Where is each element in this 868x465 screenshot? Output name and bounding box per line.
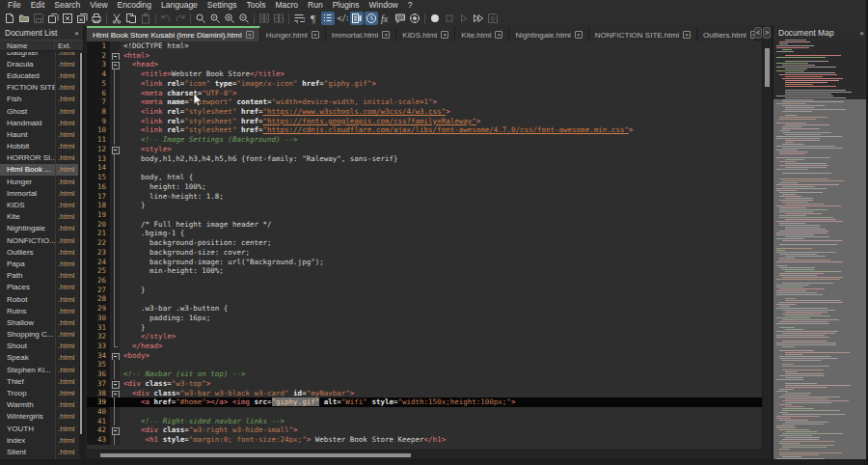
save-icon[interactable] — [32, 12, 45, 25]
tab-html-book-store-kusabi-imre-dlamini-html[interactable]: Html Book Store Kusabi (Imre Dlamini).ht… — [87, 26, 260, 41]
file-row-nightingale[interactable]: Nightingale.html — [0, 223, 78, 234]
menu-item-file[interactable]: File — [3, 0, 26, 11]
new-file-icon[interactable] — [3, 12, 16, 25]
code-area[interactable]: 1<!DOCTYPE html>2<html>3 <head>4 <title>… — [87, 41, 762, 445]
code-line-39[interactable]: 39 <a href="#home"></a> <img src="giphy.… — [87, 397, 762, 407]
tab-immortal-html[interactable]: Immortal.html× — [326, 26, 396, 41]
editor-horizontal-scrollbar[interactable] — [87, 450, 762, 459]
file-row-index[interactable]: index.html — [0, 434, 78, 446]
menu-item-search[interactable]: Search — [49, 0, 85, 11]
fold-collapse-icon[interactable] — [110, 51, 120, 61]
code-line-3[interactable]: 3 <head> — [87, 60, 762, 69]
zoom-out-icon[interactable] — [237, 12, 251, 25]
tab-close-icon[interactable]: × — [683, 31, 691, 39]
code-line-28[interactable]: 28 — [87, 294, 762, 304]
file-row-outliers[interactable]: Outliers.html — [0, 246, 78, 258]
play-macro-icon[interactable] — [457, 12, 471, 25]
function-list-icon[interactable]: fx — [379, 12, 393, 25]
file-row-wintergirls[interactable]: Wintergirls.html — [0, 411, 78, 423]
fold-collapse-icon[interactable] — [110, 425, 120, 435]
code-line-42[interactable]: 42 <div class="w3-right w3-hide-small"> — [87, 425, 762, 435]
file-row-shallow[interactable]: Shallow.html — [0, 316, 78, 328]
sync-vertical-icon[interactable] — [258, 12, 271, 25]
document-list-scrollbar[interactable] — [79, 53, 83, 458]
undo-icon[interactable] — [159, 12, 173, 25]
tab-outliers-html[interactable]: Outliers.html× — [697, 26, 754, 41]
code-line-1[interactable]: 1<!DOCTYPE html> — [87, 41, 762, 51]
doc-map-icon[interactable] — [350, 12, 364, 25]
code-line-11[interactable]: 11 <!-- Image Settings (Background) --> — [87, 135, 762, 145]
column-header-name[interactable]: Name — [0, 41, 55, 50]
code-line-30[interactable]: 30 padding: 16px; — [87, 314, 762, 323]
close-icon[interactable] — [61, 12, 74, 25]
menu-item-encoding[interactable]: Encoding — [113, 0, 156, 11]
zoom-in-icon[interactable] — [223, 12, 236, 25]
scrollbar-thumb[interactable] — [765, 48, 770, 87]
fold-collapse-icon[interactable] — [110, 60, 120, 69]
code-line-25[interactable]: 25 min-height: 100%; — [87, 266, 762, 276]
code-line-16[interactable]: 16 height: 100%; — [87, 182, 762, 192]
eye-icon[interactable] — [408, 12, 421, 25]
file-row-hunger[interactable]: Hunger.html — [0, 176, 78, 187]
file-row-fiction-site[interactable]: FICTION SITE.html — [0, 82, 78, 94]
code-line-27[interactable]: 27 } — [87, 286, 762, 295]
file-row-nonfictio-[interactable]: NONFICTIO....html — [0, 234, 78, 246]
document-map-minimap[interactable] — [773, 40, 868, 465]
file-row-papa[interactable]: Papa.html — [0, 258, 78, 269]
copy-icon[interactable] — [124, 12, 138, 25]
tab-scroll-left-button[interactable]: < — [754, 27, 762, 39]
menu-item-plugins[interactable]: Plugins — [328, 0, 365, 11]
file-row-silent[interactable]: Silent.html — [0, 446, 78, 457]
code-line-35[interactable]: 35 — [87, 360, 762, 369]
file-row-shout[interactable]: Shout.html — [0, 341, 78, 352]
menu-item-run[interactable]: Run — [303, 0, 328, 11]
file-row-ghost[interactable]: Ghost.html — [0, 105, 78, 117]
code-line-29[interactable]: 29 .w3-bar .w3-button { — [87, 304, 762, 314]
code-line-38[interactable]: 38 <div class="w3-bar w3-black w3-card" … — [87, 389, 762, 398]
file-row-horror-si-[interactable]: HORROR SI....html — [0, 152, 78, 164]
save-all-icon[interactable] — [46, 12, 60, 25]
code-line-4[interactable]: 4 <title>Webster Book Store</title> — [87, 69, 762, 79]
fold-collapse-icon[interactable] — [110, 389, 120, 398]
code-line-13[interactable]: 13 body,h1,h2,h3,h4,h5,h6 {font-family: … — [87, 154, 762, 164]
sync-horizontal-icon[interactable] — [272, 12, 285, 25]
code-line-26[interactable]: 26 — [87, 276, 762, 286]
menu-item-edit[interactable]: Edit — [26, 0, 50, 11]
print-icon[interactable] — [90, 12, 103, 25]
tab-hunger-html[interactable]: Hunger.html× — [260, 26, 326, 41]
file-row-haunt[interactable]: Haunt.html — [0, 128, 78, 140]
code-line-34[interactable]: 34<body> — [87, 351, 762, 361]
file-row-hobbit[interactable]: Hobbit.html — [0, 141, 78, 152]
fold-collapse-icon[interactable] — [110, 351, 120, 361]
code-line-20[interactable]: 20 /* Full height image header */ — [87, 220, 762, 230]
word-wrap-icon[interactable] — [292, 12, 306, 25]
code-line-24[interactable]: 24 background-image: url("Background.jpg… — [87, 258, 762, 267]
code-line-15[interactable]: 15 body, html { — [87, 173, 762, 182]
redo-icon[interactable] — [174, 12, 187, 25]
code-tags-icon[interactable]: </> — [336, 12, 349, 25]
file-row-immortal[interactable]: Immortal.html — [0, 187, 78, 199]
code-line-5[interactable]: 5 <link rel="icon" type="image/x-icon" h… — [87, 79, 762, 89]
tab-close-icon[interactable]: × — [312, 31, 319, 39]
save-macro-icon[interactable] — [486, 12, 500, 25]
close-all-icon[interactable] — [75, 12, 89, 25]
code-line-23[interactable]: 23 background-size: cover; — [87, 248, 762, 258]
code-line-2[interactable]: 2<html> — [87, 51, 762, 61]
menu-item-language[interactable]: Language — [156, 0, 203, 11]
scrollbar-thumb[interactable] — [80, 53, 82, 434]
open-folder-icon[interactable] — [17, 12, 31, 25]
code-line-12[interactable]: 12 <style> — [87, 145, 762, 154]
editor-vertical-scrollbar[interactable] — [762, 41, 772, 450]
code-line-36[interactable]: 36<!-- Navbar (sit on top) --> — [87, 369, 762, 379]
scrollbar-thumb[interactable] — [100, 453, 411, 457]
code-line-43[interactable]: 43 <h1 style="margin:0; font-size:24px;"… — [87, 435, 762, 445]
code-line-22[interactable]: 22 background-position: center; — [87, 238, 762, 248]
code-line-41[interactable]: 41 <!-- Right-sided navbar links --> — [87, 417, 762, 426]
code-line-18[interactable]: 18 } — [87, 201, 762, 210]
file-row-dracula[interactable]: Dracula.html — [0, 58, 78, 69]
file-row-youth[interactable]: YOUTH.html — [0, 423, 78, 434]
tab-close-icon[interactable]: × — [441, 31, 448, 39]
code-line-37[interactable]: 37<div class="w3-top"> — [87, 379, 762, 389]
code-line-8[interactable]: 8 <link rel="stylesheet" href="https://w… — [87, 107, 762, 117]
file-row-fish[interactable]: Fish.html — [0, 94, 78, 105]
